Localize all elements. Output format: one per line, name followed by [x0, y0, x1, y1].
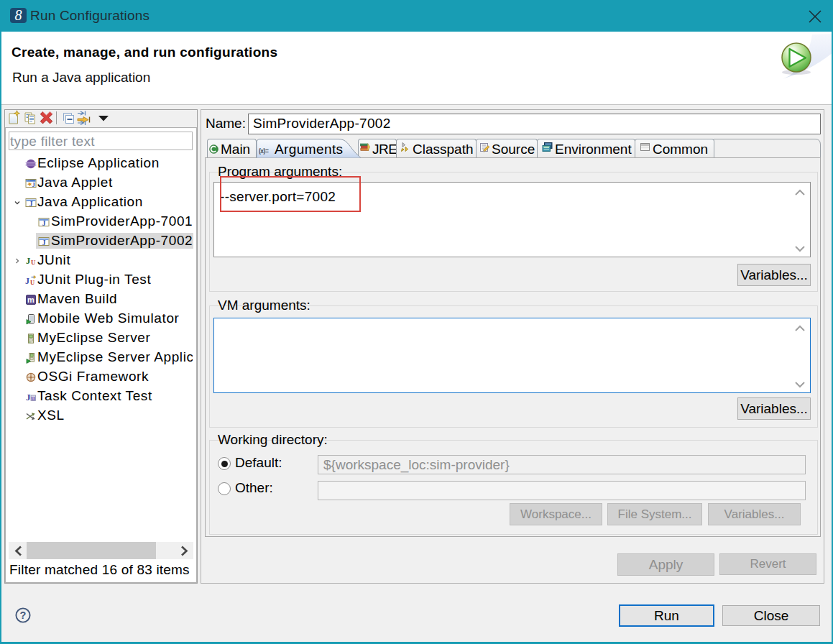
svg-text:?: ?: [20, 610, 27, 621]
svg-text:(x)=: (x)=: [259, 147, 269, 155]
svg-text:8: 8: [15, 8, 22, 23]
